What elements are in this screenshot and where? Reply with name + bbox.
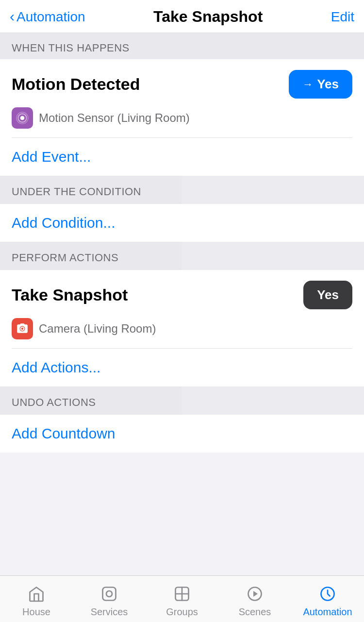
groups-icon (172, 584, 192, 604)
arrow-icon: → (302, 78, 313, 91)
svg-marker-9 (253, 591, 258, 597)
services-icon (99, 584, 119, 604)
condition-header-right (182, 176, 364, 204)
tab-groups-label: Groups (166, 606, 198, 618)
camera-label: Camera (Living Room) (39, 322, 156, 336)
add-actions-row[interactable]: Add Actions... (0, 349, 364, 387)
svg-rect-3 (103, 588, 116, 601)
tab-bar: House Services Groups S (0, 575, 364, 622)
header: ‹ Automation Take Snapshot Edit (0, 0, 364, 33)
motion-detected-row: Motion Detected → Yes (0, 59, 364, 103)
back-label: Automation (17, 9, 85, 25)
tab-automation[interactable]: Automation (291, 576, 364, 622)
spacer (0, 453, 364, 482)
back-button[interactable]: ‹ Automation (10, 9, 85, 25)
scenes-icon (245, 584, 265, 604)
add-event-row[interactable]: Add Event... (0, 138, 364, 176)
tab-automation-label: Automation (303, 606, 352, 618)
house-icon (27, 584, 46, 604)
tab-services-label: Services (91, 606, 128, 618)
action-yes-button[interactable]: Yes (303, 281, 352, 309)
perform-header-right (182, 242, 364, 270)
motion-sensor-svg (16, 112, 29, 124)
add-actions-link[interactable]: Add Actions... (12, 359, 100, 375)
motion-sensor-icon (12, 107, 33, 129)
perform-label: PERFORM ACTIONS (0, 242, 182, 270)
when-section-header: WHEN THIS HAPPENS (0, 33, 364, 59)
add-condition-row[interactable]: Add Condition... (0, 204, 364, 242)
take-snapshot-row: Take Snapshot Yes (0, 270, 364, 314)
add-countdown-row[interactable]: Add Countdown (0, 415, 364, 453)
condition-label: UNDER THE CONDITION (0, 176, 182, 204)
tab-scenes-label: Scenes (239, 606, 271, 618)
add-countdown-link[interactable]: Add Countdown (12, 425, 116, 441)
tab-groups[interactable]: Groups (146, 576, 218, 622)
svg-point-0 (20, 116, 25, 120)
sensor-row: Motion Sensor (Living Room) (0, 103, 364, 137)
tab-house-label: House (22, 606, 50, 618)
undo-label: UNDO ACTIONS (0, 387, 182, 415)
event-yes-button[interactable]: → Yes (289, 70, 352, 99)
undo-header-right (182, 387, 364, 415)
undo-section-header: UNDO ACTIONS (0, 387, 364, 415)
edit-button[interactable]: Edit (331, 9, 354, 25)
camera-svg (16, 322, 29, 335)
camera-icon (12, 318, 33, 339)
sensor-label: Motion Sensor (Living Room) (39, 111, 190, 125)
camera-row: Camera (Living Room) (0, 314, 364, 348)
condition-section-header: UNDER THE CONDITION (0, 176, 364, 204)
action-title: Take Snapshot (12, 286, 128, 304)
tab-services[interactable]: Services (73, 576, 146, 622)
back-chevron-icon: ‹ (10, 9, 15, 24)
automation-icon (318, 584, 337, 604)
perform-section-header: PERFORM ACTIONS (0, 242, 364, 270)
tab-scenes[interactable]: Scenes (218, 576, 291, 622)
svg-point-4 (106, 591, 112, 597)
event-title: Motion Detected (12, 75, 140, 94)
add-event-link[interactable]: Add Event... (12, 149, 91, 165)
page-title: Take Snapshot (85, 8, 331, 26)
action-button-label: Yes (317, 287, 339, 302)
add-condition-link[interactable]: Add Condition... (12, 215, 115, 231)
tab-house[interactable]: House (0, 576, 73, 622)
event-button-label: Yes (317, 77, 339, 92)
